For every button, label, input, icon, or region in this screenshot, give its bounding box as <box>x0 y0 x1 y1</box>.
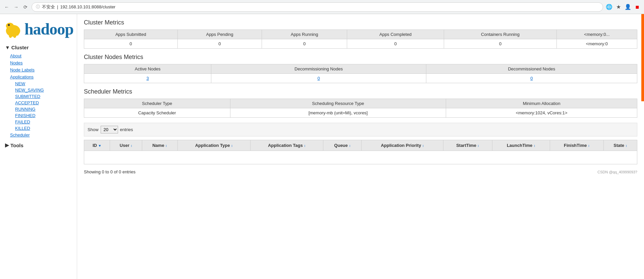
reload-button[interactable]: ⟳ <box>22 4 29 10</box>
showing-text: Showing 0 to 0 of 0 entries <box>84 168 136 176</box>
sidebar: hadoop ▼ Cluster About Nodes Node Labels… <box>0 14 77 279</box>
tools-label: Tools <box>10 143 23 148</box>
browser-actions: 🌐 ★ 👤 ■ <box>606 4 641 10</box>
scheduler-metrics-table: Scheduler Type Scheduling Resource Type … <box>84 99 637 118</box>
active-nodes-link[interactable]: 3 <box>147 76 149 81</box>
extension-button[interactable]: ■ <box>634 4 641 10</box>
col-apps-pending: Apps Pending <box>177 30 262 39</box>
sidebar-item-running[interactable]: RUNNING <box>0 106 77 112</box>
bookmark-button[interactable]: ★ <box>615 4 622 10</box>
sidebar-item-about[interactable]: About <box>0 52 77 59</box>
back-button[interactable]: ← <box>3 4 10 10</box>
launch-time-sort-icon: ↕ <box>534 144 535 148</box>
entries-select[interactable]: 10 20 50 100 <box>101 126 118 133</box>
cluster-label: Cluster <box>11 45 29 50</box>
browser-chrome: ← → ⟳ ⓘ 不安全 | 192.168.10.101:8088/cluste… <box>0 0 644 14</box>
sidebar-item-killed[interactable]: KILLED <box>0 125 77 131</box>
url-text: 192.168.10.101:8088/cluster <box>60 4 115 9</box>
name-sort-icon: ↕ <box>165 144 167 148</box>
col-name[interactable]: Name ↕ <box>142 140 177 151</box>
col-apps-completed: Apps Completed <box>347 30 444 39</box>
entries-label: entries <box>120 127 133 132</box>
app-table-header-row: ID ▼ User ↕ Name ↕ Application Type ↕ <box>84 140 637 151</box>
cluster-metrics-data-row: 0 0 0 0 0 <memory:0 <box>84 39 637 49</box>
col-application-type[interactable]: Application Type ↕ <box>177 140 250 151</box>
address-separator: | <box>57 4 58 9</box>
security-label: 不安全 <box>42 4 55 10</box>
tools-group-header[interactable]: ▶ Tools <box>0 140 77 150</box>
empty-table-row <box>84 151 637 164</box>
sidebar-item-failed[interactable]: FAILED <box>0 119 77 125</box>
val-apps-running: 0 <box>262 39 347 49</box>
val-containers-running: 0 <box>444 39 557 49</box>
cluster-metrics-table: Apps Submitted Apps Pending Apps Running… <box>84 30 637 49</box>
svg-point-4 <box>13 34 16 38</box>
col-decommissioning-nodes: Decommissioning Nodes <box>211 64 426 74</box>
val-scheduler-type: Capacity Scheduler <box>84 108 230 118</box>
col-state[interactable]: State ↕ <box>603 140 637 151</box>
cluster-metrics-header-row: Apps Submitted Apps Pending Apps Running… <box>84 30 637 39</box>
finish-time-sort-icon: ↕ <box>588 144 590 148</box>
profile-button[interactable]: 👤 <box>625 4 631 10</box>
col-application-tags[interactable]: Application Tags ↕ <box>251 140 323 151</box>
security-icon: ⓘ <box>36 4 40 10</box>
val-apps-completed: 0 <box>347 39 444 49</box>
svg-point-6 <box>16 31 19 36</box>
sidebar-item-new[interactable]: NEW <box>0 80 77 87</box>
col-decommissioned-nodes: Decommissioned Nodes <box>426 64 637 74</box>
col-start-time[interactable]: StartTime ↕ <box>443 140 492 151</box>
sidebar-item-submitted[interactable]: SUBMITTED <box>0 93 77 100</box>
col-minimum-allocation: Minimum Allocation <box>446 99 637 108</box>
val-decommissioning-nodes[interactable]: 0 <box>211 74 426 83</box>
sidebar-item-accepted[interactable]: ACCEPTED <box>0 100 77 106</box>
show-label: Show <box>88 127 99 132</box>
empty-cell <box>84 151 637 164</box>
address-bar[interactable]: ⓘ 不安全 | 192.168.10.101:8088/cluster <box>32 2 603 12</box>
col-queue[interactable]: Queue ↕ <box>323 140 362 151</box>
sidebar-tools-section: ▶ Tools <box>0 140 77 150</box>
sidebar-item-node-labels[interactable]: Node Labels <box>0 66 77 73</box>
col-active-nodes: Active Nodes <box>84 64 211 74</box>
col-scheduling-resource-type: Scheduling Resource Type <box>230 99 446 108</box>
forward-button[interactable]: → <box>13 4 19 10</box>
cluster-nodes-table: Active Nodes Decommissioning Nodes Decom… <box>84 64 637 83</box>
cluster-arrow-icon: ▼ <box>5 45 10 50</box>
decommissioned-link[interactable]: 0 <box>530 76 533 81</box>
app-tags-sort-icon: ↕ <box>304 144 306 148</box>
start-time-sort-icon: ↕ <box>478 144 479 148</box>
cluster-group-header[interactable]: ▼ Cluster <box>0 43 77 52</box>
state-sort-icon: ↕ <box>626 144 627 148</box>
svg-point-5 <box>9 34 12 38</box>
translate-button[interactable]: 🌐 <box>606 4 612 10</box>
col-finish-time[interactable]: FinishTime ↕ <box>550 140 604 151</box>
table-footer: Showing 0 to 0 of 0 entries CSDN @qq_409… <box>84 168 637 176</box>
decommissioning-link[interactable]: 0 <box>317 76 320 81</box>
val-apps-submitted: 0 <box>84 39 178 49</box>
user-sort-icon: ↕ <box>130 144 132 148</box>
cluster-metrics-title: Cluster Metrics <box>84 19 637 26</box>
sidebar-item-finished[interactable]: FINISHED <box>0 112 77 119</box>
sidebar-item-new-saving[interactable]: NEW_SAVING <box>0 87 77 93</box>
col-user[interactable]: User ↕ <box>110 140 142 151</box>
sidebar-item-nodes[interactable]: Nodes <box>0 59 77 66</box>
sidebar-item-scheduler[interactable]: Scheduler <box>0 131 77 138</box>
val-memory: <memory:0 <box>556 39 637 49</box>
col-launch-time[interactable]: LaunchTime ↕ <box>492 140 550 151</box>
col-apps-submitted: Apps Submitted <box>84 30 178 39</box>
sidebar-item-applications[interactable]: Applications <box>0 73 77 80</box>
val-active-nodes[interactable]: 3 <box>84 74 211 83</box>
hadoop-logo-text: hadoop <box>24 21 73 37</box>
app-container: hadoop ▼ Cluster About Nodes Node Labels… <box>0 14 644 279</box>
hadoop-elephant-icon <box>3 19 23 39</box>
val-minimum-allocation: <memory:1024, vCores:1> <box>446 108 637 118</box>
show-entries-bar: Show 10 20 50 100 entries <box>84 123 637 136</box>
logo-area: hadoop <box>0 17 77 43</box>
col-memory: <memory:0... <box>556 30 637 39</box>
val-decommissioned-nodes[interactable]: 0 <box>426 74 637 83</box>
val-scheduling-resource-type: [memory-mb (unit=Mi), vcores] <box>230 108 446 118</box>
col-application-priority[interactable]: Application Priority ↕ <box>362 140 443 151</box>
col-apps-running: Apps Running <box>262 30 347 39</box>
col-id[interactable]: ID ▼ <box>84 140 110 151</box>
applications-table: ID ▼ User ↕ Name ↕ Application Type ↕ <box>84 140 637 164</box>
tools-arrow-icon: ▶ <box>5 142 9 148</box>
